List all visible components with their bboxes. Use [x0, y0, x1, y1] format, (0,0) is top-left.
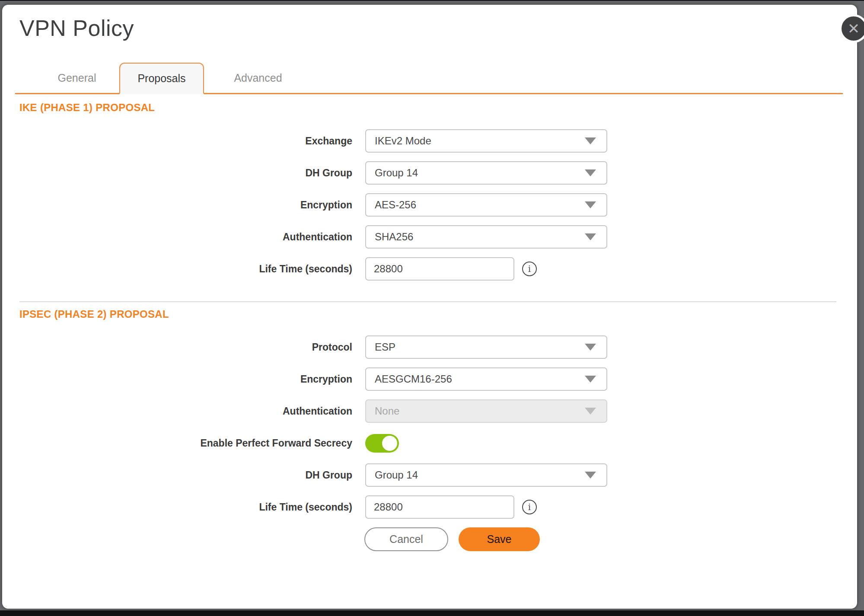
- ipsec-phase2-rows: Protocol ESP Encryption AESGCM16-256: [19, 335, 857, 519]
- authentication2-value: None: [375, 405, 399, 417]
- protocol-row: Protocol ESP: [19, 335, 857, 359]
- dh-group2-row: DH Group Group 14: [19, 463, 857, 487]
- tab-proposals[interactable]: Proposals: [119, 63, 204, 94]
- info-icon[interactable]: i: [522, 262, 537, 276]
- exchange-value: IKEv2 Mode: [375, 135, 431, 147]
- encryption2-label: Encryption: [19, 373, 352, 385]
- exchange-label: Exchange: [19, 135, 352, 147]
- chevron-down-icon: [585, 376, 596, 383]
- authentication2-label: Authentication: [19, 405, 352, 417]
- chevron-down-icon: [585, 408, 596, 415]
- encryption-value: AES-256: [375, 199, 416, 211]
- tab-general[interactable]: General: [35, 63, 119, 93]
- tab-general-label: General: [58, 72, 96, 84]
- life-time-label: Life Time (seconds): [19, 263, 352, 275]
- dh-group2-dropdown[interactable]: Group 14: [365, 463, 607, 487]
- section-divider: [19, 301, 836, 302]
- tab-advanced[interactable]: Advanced: [204, 63, 312, 93]
- ipsec-phase2-heading: IPSEC (PHASE 2) PROPOSAL: [19, 308, 857, 320]
- dh-group-row: DH Group Group 14: [19, 161, 857, 185]
- dialog-footer: Cancel Save: [19, 527, 857, 551]
- close-button[interactable]: ✕: [839, 14, 864, 43]
- tab-advanced-label: Advanced: [234, 72, 282, 84]
- protocol-value: ESP: [375, 341, 395, 353]
- encryption2-value: AESGCM16-256: [375, 373, 452, 385]
- toggle-knob: [382, 436, 397, 451]
- info-icon-glyph: i: [528, 502, 531, 512]
- life-time-input-phase1[interactable]: [365, 257, 514, 281]
- encryption2-row: Encryption AESGCM16-256: [19, 367, 857, 391]
- tab-bar: General Proposals Advanced: [15, 63, 843, 94]
- exchange-row: Exchange IKEv2 Mode: [19, 129, 857, 153]
- screen: ✕ VPN Policy General Proposals Advanced …: [0, 0, 864, 616]
- proposals-panel: IKE (PHASE 1) PROPOSAL Exchange IKEv2 Mo…: [2, 102, 857, 551]
- life-time-input-phase2[interactable]: [365, 495, 514, 519]
- exchange-dropdown[interactable]: IKEv2 Mode: [365, 129, 607, 153]
- chevron-down-icon: [585, 344, 596, 351]
- chevron-down-icon: [585, 201, 596, 208]
- tab-proposals-label: Proposals: [137, 72, 185, 85]
- dialog-title: VPN Policy: [19, 16, 857, 40]
- encryption-row: Encryption AES-256: [19, 193, 857, 217]
- dh-group-dropdown[interactable]: Group 14: [365, 161, 607, 185]
- pfs-row: Enable Perfect Forward Secrecy: [19, 431, 857, 455]
- dh-group-label: DH Group: [19, 167, 352, 179]
- save-button[interactable]: Save: [459, 527, 540, 551]
- dh-group-value: Group 14: [375, 167, 418, 179]
- chevron-down-icon: [585, 472, 596, 479]
- dh-group2-value: Group 14: [375, 469, 418, 481]
- authentication-dropdown[interactable]: SHA256: [365, 225, 607, 249]
- life-time2-label: Life Time (seconds): [19, 501, 352, 513]
- life-time2-row: Life Time (seconds) i: [19, 495, 857, 519]
- chevron-down-icon: [585, 137, 596, 144]
- ike-phase1-rows: Exchange IKEv2 Mode DH Group Group 14: [19, 129, 857, 281]
- encryption2-dropdown[interactable]: AESGCM16-256: [365, 367, 607, 391]
- pfs-toggle[interactable]: [365, 434, 399, 453]
- dh-group2-label: DH Group: [19, 469, 352, 481]
- cancel-button[interactable]: Cancel: [364, 527, 448, 551]
- info-icon[interactable]: i: [522, 500, 537, 514]
- close-icon: ✕: [848, 21, 860, 36]
- encryption-label: Encryption: [19, 199, 352, 211]
- authentication2-row: Authentication None: [19, 399, 857, 423]
- encryption-dropdown[interactable]: AES-256: [365, 193, 607, 217]
- chevron-down-icon: [585, 169, 596, 176]
- life-time-row: Life Time (seconds) i: [19, 257, 857, 281]
- vpn-policy-dialog: ✕ VPN Policy General Proposals Advanced …: [2, 5, 857, 609]
- info-icon-glyph: i: [528, 264, 531, 274]
- chevron-down-icon: [585, 233, 596, 240]
- protocol-dropdown[interactable]: ESP: [365, 335, 607, 359]
- authentication-row: Authentication SHA256: [19, 225, 857, 249]
- pfs-label: Enable Perfect Forward Secrecy: [19, 437, 352, 449]
- authentication-label: Authentication: [19, 231, 352, 243]
- authentication2-dropdown-disabled: None: [365, 399, 607, 423]
- ike-phase1-heading: IKE (PHASE 1) PROPOSAL: [19, 102, 857, 114]
- authentication-value: SHA256: [375, 231, 413, 243]
- protocol-label: Protocol: [19, 342, 352, 353]
